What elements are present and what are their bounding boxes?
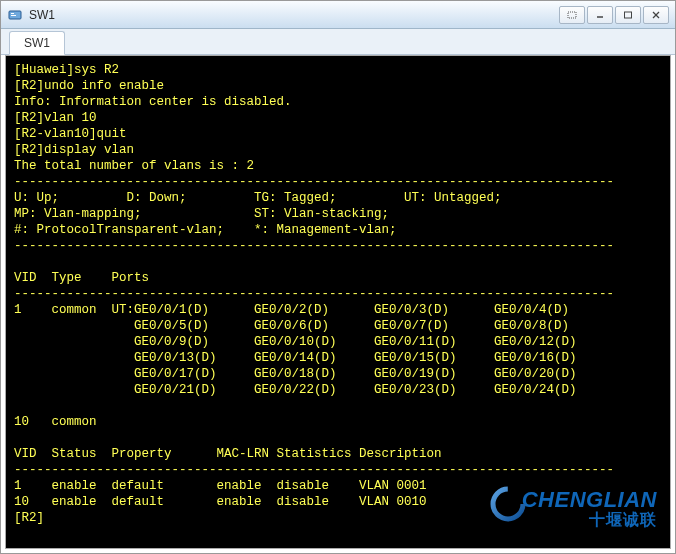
window-buttons	[559, 6, 669, 24]
svg-rect-5	[625, 12, 632, 18]
restore-button[interactable]	[559, 6, 585, 24]
tabstrip: SW1	[1, 29, 675, 55]
app-icon	[7, 7, 23, 23]
titlebar: SW1	[1, 1, 675, 29]
maximize-button[interactable]	[615, 6, 641, 24]
terminal-output[interactable]: [Huawei]sys R2 [R2]undo info enable Info…	[6, 56, 670, 548]
window-title: SW1	[29, 8, 559, 22]
tab-sw1[interactable]: SW1	[9, 31, 65, 55]
close-button[interactable]	[643, 6, 669, 24]
minimize-button[interactable]	[587, 6, 613, 24]
svg-rect-2	[11, 15, 16, 16]
svg-rect-1	[11, 13, 14, 14]
svg-rect-3	[568, 12, 576, 18]
terminal-frame: [Huawei]sys R2 [R2]undo info enable Info…	[5, 55, 671, 549]
